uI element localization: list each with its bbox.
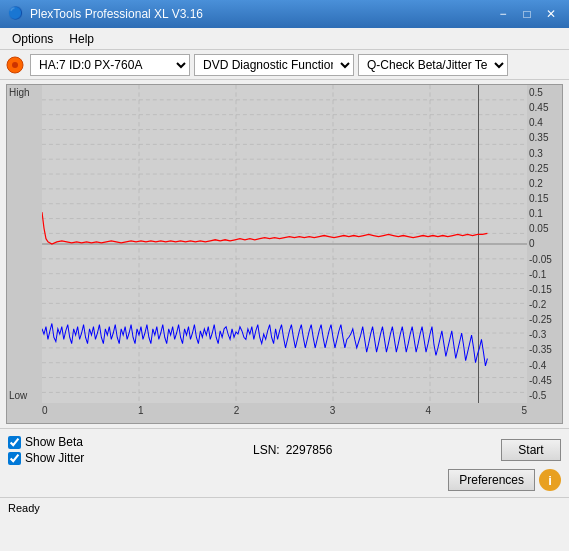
- svg-point-1: [12, 62, 18, 68]
- show-beta-label: Show Beta: [25, 435, 83, 449]
- title-bar: 🔵 PlexTools Professional XL V3.16 − □ ✕: [0, 0, 569, 28]
- window-title: PlexTools Professional XL V3.16: [30, 7, 203, 21]
- y-axis-right: 0.5 0.45 0.4 0.35 0.3 0.25 0.2 0.15 0.1 …: [527, 85, 562, 403]
- menu-help[interactable]: Help: [61, 30, 102, 48]
- minimize-button[interactable]: −: [493, 5, 513, 23]
- function-select[interactable]: DVD Diagnostic Functions: [194, 54, 354, 76]
- y-label-high: High: [9, 87, 30, 98]
- y-label-low: Low: [9, 390, 27, 401]
- show-jitter-checkbox[interactable]: [8, 452, 21, 465]
- show-beta-checkbox[interactable]: [8, 436, 21, 449]
- status-text: Ready: [8, 502, 40, 514]
- status-bar: Ready: [0, 497, 569, 517]
- info-button[interactable]: i: [539, 469, 561, 491]
- app-icon: 🔵: [8, 6, 24, 22]
- window-controls: − □ ✕: [493, 5, 561, 23]
- lsn-area: LSN: 2297856: [253, 443, 332, 457]
- x-axis: 0 1 2 3 4 5: [42, 403, 527, 423]
- test-select[interactable]: Q-Check Beta/Jitter Test: [358, 54, 508, 76]
- menu-options[interactable]: Options: [4, 30, 61, 48]
- maximize-button[interactable]: □: [517, 5, 537, 23]
- toolbar: HA:7 ID:0 PX-760A DVD Diagnostic Functio…: [0, 50, 569, 80]
- show-jitter-row: Show Jitter: [8, 451, 84, 465]
- close-button[interactable]: ✕: [541, 5, 561, 23]
- lsn-label: LSN:: [253, 443, 280, 457]
- preferences-button[interactable]: Preferences: [448, 469, 535, 491]
- show-beta-row: Show Beta: [8, 435, 84, 449]
- bottom-panel: Show Beta Show Jitter LSN: 2297856 Start…: [0, 428, 569, 497]
- menu-bar: Options Help: [0, 28, 569, 50]
- lsn-value: 2297856: [286, 443, 333, 457]
- start-button[interactable]: Start: [501, 439, 561, 461]
- checkbox-group: Show Beta Show Jitter: [8, 435, 84, 465]
- drive-icon: [4, 54, 26, 76]
- show-jitter-label: Show Jitter: [25, 451, 84, 465]
- bottom-right-controls: Preferences i: [448, 469, 561, 491]
- chart-plot: [42, 85, 527, 403]
- drive-select[interactable]: HA:7 ID:0 PX-760A: [30, 54, 190, 76]
- chart-area: High Low 0.5 0.45 0.4 0.35 0.3 0.25 0.2 …: [6, 84, 563, 424]
